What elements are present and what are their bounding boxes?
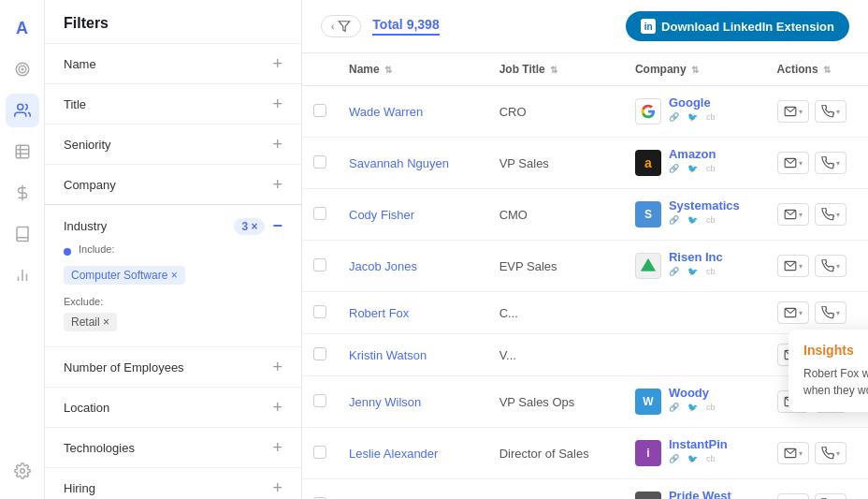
row-checkbox-1[interactable] [313,155,326,169]
email-chevron-2[interactable]: ▾ [799,211,803,219]
phone-chevron-1[interactable]: ▾ [836,159,840,168]
phone-action-btn-4[interactable]: ▾ [815,301,846,324]
company-name[interactable]: Woody [669,386,721,400]
company-name[interactable]: Risen Inc [669,250,723,264]
person-name-2[interactable]: Cody Fisher [349,208,414,222]
email-chevron-0[interactable]: ▾ [799,108,803,116]
email-action-btn-0[interactable]: ▾ [777,100,809,123]
company-twitter-icon[interactable]: 🐦 [687,112,702,127]
filter-seniority-add[interactable]: + [272,136,282,153]
row-checkbox-0[interactable] [313,104,326,117]
filter-toggle-button[interactable]: ‹ [321,15,361,37]
filter-seniority[interactable]: Seniority + [45,124,301,164]
email-chevron-7[interactable]: ▾ [799,449,803,458]
nav-target[interactable] [6,52,39,86]
company-link-icon[interactable]: 🔗 [669,403,684,418]
filter-num-employees-add[interactable]: + [272,359,282,375]
company-crunchbase-icon[interactable]: cb [706,215,721,230]
filter-company[interactable]: Company + [45,164,301,204]
company-crunchbase-icon[interactable]: cb [706,164,721,179]
company-name[interactable]: Google [669,95,721,110]
company-name[interactable]: InstantPin [669,437,728,451]
company-name[interactable]: Amazon [669,147,721,161]
tag-computer-software[interactable]: Computer Software × [64,266,185,285]
nav-table[interactable] [6,135,39,169]
company-twitter-icon[interactable]: 🐦 [687,215,702,230]
row-checkbox-7[interactable] [313,446,326,459]
filter-location-add[interactable]: + [272,399,282,416]
sort-actions-icon[interactable]: ⇅ [823,65,831,75]
email-action-btn-4[interactable]: ▾ [777,301,809,324]
filter-hiring[interactable]: Hiring + [45,467,301,499]
row-checkbox-3[interactable] [313,258,326,272]
filter-location[interactable]: Location + [45,387,301,427]
company-name[interactable]: Pride West [669,489,731,499]
col-job-title[interactable]: Job Title ⇅ [488,53,624,86]
phone-action-btn-0[interactable]: ▾ [815,100,846,123]
phone-action-btn-8[interactable]: ▾ [815,493,846,499]
company-crunchbase-icon[interactable]: cb [706,454,721,469]
nav-dollar[interactable] [6,176,39,210]
filter-name-add[interactable]: + [272,55,282,72]
phone-action-btn-1[interactable]: ▾ [815,152,846,174]
tag-retail[interactable]: Retail × [64,313,117,331]
email-chevron-3[interactable]: ▾ [799,262,803,271]
company-link-icon[interactable]: 🔗 [669,267,684,282]
filter-industry-collapse[interactable]: − [272,216,282,236]
sort-jobtitle-icon[interactable]: ⇅ [550,65,557,75]
col-actions[interactable]: Actions ⇅ [766,53,868,86]
company-crunchbase-icon[interactable]: cb [706,403,721,418]
company-link-icon[interactable]: 🔗 [669,215,684,230]
company-twitter-icon[interactable]: 🐦 [687,403,702,418]
email-chevron-1[interactable]: ▾ [799,159,803,168]
person-name-4[interactable]: Robert Fox [349,306,409,320]
filter-title-add[interactable]: + [272,95,282,112]
company-link-icon[interactable]: 🔗 [669,164,684,179]
company-link-icon[interactable]: 🔗 [669,454,684,469]
company-crunchbase-icon[interactable]: cb [706,267,721,282]
nav-chart[interactable] [6,258,39,292]
industry-badge[interactable]: 3 × [234,218,265,235]
email-action-btn-7[interactable]: ▾ [777,442,809,464]
row-checkbox-6[interactable] [313,394,326,407]
phone-chevron-4[interactable]: ▾ [836,309,840,317]
nav-gear[interactable] [6,454,39,488]
email-action-btn-1[interactable]: ▾ [777,152,809,174]
filter-num-employees[interactable]: Number of Employees + [45,346,301,387]
phone-chevron-3[interactable]: ▾ [836,262,840,271]
email-action-btn-3[interactable]: ▾ [777,255,809,277]
phone-action-btn-3[interactable]: ▾ [815,255,846,277]
row-checkbox-5[interactable] [313,347,326,360]
company-twitter-icon[interactable]: 🐦 [687,267,702,282]
download-linkedin-button[interactable]: in Download LinkedIn Extension [626,11,849,41]
person-name-0[interactable]: Wade Warren [349,105,423,119]
person-name-5[interactable]: Kristin Watson [349,348,427,362]
email-action-btn-8[interactable]: ▾ [777,493,809,499]
person-name-3[interactable]: Jacob Jones [349,259,417,273]
nav-logo[interactable]: A [6,11,39,45]
phone-action-btn-7[interactable]: ▾ [815,442,846,464]
phone-action-btn-2[interactable]: ▾ [815,203,846,226]
email-chevron-4[interactable]: ▾ [799,309,803,317]
person-name-1[interactable]: Savannah Nguyen [349,156,449,170]
person-name-6[interactable]: Jenny Wilson [349,395,421,409]
person-name-7[interactable]: Leslie Alexander [349,447,438,461]
email-action-btn-2[interactable]: ▾ [777,203,809,226]
phone-chevron-2[interactable]: ▾ [836,211,840,219]
phone-chevron-0[interactable]: ▾ [836,108,840,116]
filter-hiring-add[interactable]: + [272,479,282,496]
filter-technologies-add[interactable]: + [272,439,282,456]
company-twitter-icon[interactable]: 🐦 [687,164,702,179]
sort-name-icon[interactable]: ⇅ [384,65,392,75]
filter-technologies[interactable]: Technologies + [45,427,301,467]
filter-company-add[interactable]: + [272,176,282,193]
company-name[interactable]: Systematics [669,198,740,213]
company-crunchbase-icon[interactable]: cb [706,112,721,127]
row-checkbox-2[interactable] [313,207,326,220]
col-company[interactable]: Company ⇅ [624,53,766,86]
col-name[interactable]: Name ⇅ [338,53,488,86]
phone-chevron-7[interactable]: ▾ [836,449,840,458]
company-link-icon[interactable]: 🔗 [669,112,684,127]
row-checkbox-4[interactable] [313,305,326,318]
filter-title[interactable]: Title + [45,83,301,124]
